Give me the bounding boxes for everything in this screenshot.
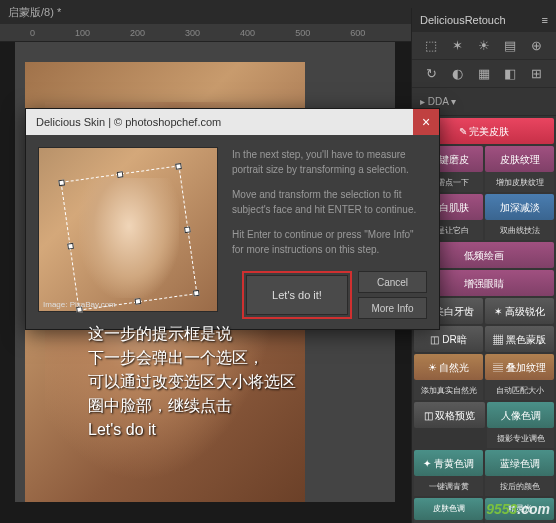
sharpen-button[interactable]: ✶ 高级锐化 — [485, 298, 554, 324]
tool-icon[interactable]: ↻ — [423, 66, 439, 82]
dialog-title-text: Delicious Skin | © photoshopchef.com — [36, 116, 221, 128]
primary-highlight: Let's do it! — [242, 271, 352, 319]
panel-header[interactable]: DeliciousRetouch ≡ — [412, 8, 556, 32]
tool-icon[interactable]: ⊞ — [529, 66, 545, 82]
tool-icon[interactable]: ✶ — [450, 38, 466, 54]
preview-button[interactable]: ◫ 双格预览 — [414, 402, 485, 428]
dodge-burn-button[interactable]: 加深减淡 — [485, 194, 554, 220]
overlay-texture-button[interactable]: ▤ 叠加纹理 — [485, 354, 554, 380]
tool-row-2: ↻ ◐ ▦ ◧ ⊞ — [412, 60, 556, 88]
foot1-button[interactable]: 皮肤色调 — [414, 498, 483, 520]
image-credit: Image: PixaBay.com — [43, 300, 116, 309]
tool-icon[interactable]: ▤ — [502, 38, 518, 54]
tool-icon[interactable]: ☀ — [476, 38, 492, 54]
close-icon[interactable]: × — [413, 109, 439, 135]
blue-green-button[interactable]: 蓝绿色调 — [485, 450, 554, 476]
more-info-button[interactable]: More Info — [358, 297, 427, 319]
cyan-button[interactable]: ✦ 青黄色调 — [414, 450, 483, 476]
tool-icon[interactable]: ⊕ — [529, 38, 545, 54]
transform-selection[interactable] — [61, 165, 198, 310]
tool-row-1: ⬚ ✶ ☀ ▤ ⊕ — [412, 32, 556, 60]
watermark: 9553.com — [486, 501, 550, 517]
natural-light-button[interactable]: ☀ 自然光 — [414, 354, 483, 380]
lets-do-it-button[interactable]: Let's do it! — [246, 275, 348, 315]
dialog-titlebar[interactable]: Delicious Skin | © photoshopchef.com × — [26, 109, 439, 135]
annotation-text: 这一步的提示框是说 下一步会弹出一个选区， 可以通过改变选区大小将选区 圈中脸部… — [88, 322, 348, 442]
tool-icon[interactable]: ⬚ — [423, 38, 439, 54]
tool-icon[interactable]: ▦ — [476, 66, 492, 82]
panel-title: DeliciousRetouch — [420, 14, 506, 26]
cancel-button[interactable]: Cancel — [358, 271, 427, 293]
skin-texture-button[interactable]: 皮肤纹理 — [485, 146, 554, 172]
mask-button[interactable]: ▦ 黑色蒙版 — [485, 326, 554, 352]
dialog-preview-image: Image: PixaBay.com — [38, 147, 218, 312]
dialog: Delicious Skin | © photoshopchef.com × I… — [25, 108, 440, 330]
portrait-color-button[interactable]: 人像色调 — [487, 402, 554, 428]
tab-title: 启蒙版/8) * — [8, 5, 61, 20]
tool-icon[interactable]: ◧ — [502, 66, 518, 82]
panel-menu-icon[interactable]: ≡ — [542, 14, 548, 26]
tool-icon[interactable]: ◐ — [450, 66, 466, 82]
